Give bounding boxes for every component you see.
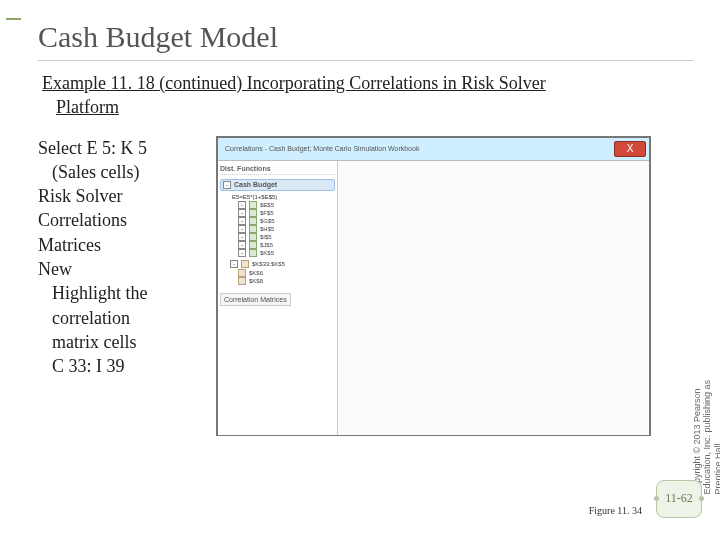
instr-l10: C 33: I 39 bbox=[38, 354, 208, 378]
instr-l9: matrix cells bbox=[38, 330, 208, 354]
dialog-blank-area bbox=[338, 161, 649, 435]
tree-leaf-label: $K$5 bbox=[260, 250, 274, 256]
copyright-block: Copyright © 2013 Pearson Education, Inc.… bbox=[680, 200, 692, 400]
minus-icon: - bbox=[238, 209, 246, 217]
tree-leaf-label: $G$5 bbox=[260, 218, 275, 224]
tree-leaf[interactable]: -$F$5 bbox=[220, 209, 335, 217]
instr-l7: Highlight the bbox=[38, 281, 208, 305]
close-button[interactable]: X bbox=[614, 141, 646, 157]
page-title: Cash Budget Model bbox=[38, 20, 694, 54]
dist-icon bbox=[249, 241, 257, 249]
accent-bar bbox=[6, 18, 21, 20]
minus-icon: - bbox=[238, 225, 246, 233]
dist-icon bbox=[249, 209, 257, 217]
minus-icon: - bbox=[238, 201, 246, 209]
tree-group2-label: $K$33:$K$5 bbox=[252, 261, 285, 267]
tree-leaf[interactable]: -$K$5 bbox=[220, 249, 335, 257]
tree-leaf-label: $K$6 bbox=[249, 270, 263, 276]
dist-icon bbox=[249, 233, 257, 241]
tree-leaf[interactable]: $K$6 bbox=[220, 269, 335, 277]
instr-l5: Matrices bbox=[38, 235, 101, 255]
tree-group-cash-budget[interactable]: - Cash Budget bbox=[220, 179, 335, 191]
instr-l1: Select E 5: K 5 bbox=[38, 138, 147, 158]
minus-icon: - bbox=[238, 249, 246, 257]
tree-leaf-label: $I$5 bbox=[260, 234, 272, 240]
tree-leaf-label: $E$5 bbox=[260, 202, 274, 208]
tree-leaf-label: $K$8 bbox=[249, 278, 263, 284]
dist-icon bbox=[249, 217, 257, 225]
tree-leaf[interactable]: -$H$5 bbox=[220, 225, 335, 233]
instr-l3: Risk Solver bbox=[38, 186, 123, 206]
dialog-titlebar: Correlations - Cash Budget; Monte Carlo … bbox=[218, 138, 649, 161]
tree-panel: Dist. Functions - Cash Budget E5=E5*(1+$… bbox=[218, 161, 338, 435]
page-number: 11-62 bbox=[665, 492, 693, 505]
instr-l6: New bbox=[38, 259, 72, 279]
tree-group-2[interactable]: - $K$33:$K$5 bbox=[220, 259, 335, 269]
minus-icon: - bbox=[238, 217, 246, 225]
dialog-window: Correlations - Cash Budget; Monte Carlo … bbox=[216, 136, 651, 436]
tree-leaf[interactable]: -$G$5 bbox=[220, 217, 335, 225]
tree-leaf[interactable]: -$I$5 bbox=[220, 233, 335, 241]
minus-icon: - bbox=[230, 260, 238, 268]
tree-leaf[interactable]: $K$8 bbox=[220, 277, 335, 285]
instr-l2: (Sales cells) bbox=[38, 160, 208, 184]
figure-caption: Figure 11. 34 bbox=[589, 505, 642, 516]
tree-leaf-label: $J$5 bbox=[260, 242, 273, 248]
dist-icon bbox=[249, 249, 257, 257]
copyright-l1: Copyright © 2013 Pearson bbox=[692, 388, 702, 494]
dist-icon bbox=[238, 277, 246, 285]
minus-icon: - bbox=[238, 241, 246, 249]
tree-header: Dist. Functions bbox=[220, 165, 335, 175]
dist-icon bbox=[249, 201, 257, 209]
minus-icon: - bbox=[223, 181, 231, 189]
title-underline bbox=[38, 60, 694, 61]
subtitle-line2: Platform bbox=[42, 95, 694, 119]
instr-l4: Correlations bbox=[38, 210, 127, 230]
dist-icon bbox=[249, 225, 257, 233]
tree-formula: E5=E5*(1+$E$5) bbox=[220, 193, 335, 201]
page-number-pill: 11-62 bbox=[656, 480, 702, 518]
tree-leaf[interactable]: -$E$5 bbox=[220, 201, 335, 209]
tree-leaf-label: $H$5 bbox=[260, 226, 274, 232]
dist-icon bbox=[238, 269, 246, 277]
correlation-matrices-label[interactable]: Correlation Matrices bbox=[220, 293, 291, 306]
instruction-block: Select E 5: K 5 (Sales cells) Risk Solve… bbox=[38, 136, 208, 436]
minus-icon: - bbox=[238, 233, 246, 241]
dialog-title: Correlations - Cash Budget; Monte Carlo … bbox=[221, 145, 419, 152]
subtitle-line1: Example 11. 18 (continued) Incorporating… bbox=[42, 73, 546, 93]
group-icon bbox=[241, 260, 249, 268]
tree-group-label: Cash Budget bbox=[234, 181, 277, 188]
copyright-l2: Education, Inc. publishing as bbox=[702, 380, 712, 495]
copyright-l3: Prentice Hall bbox=[713, 444, 720, 495]
instr-l8: correlation bbox=[38, 306, 208, 330]
example-subtitle: Example 11. 18 (continued) Incorporating… bbox=[42, 71, 694, 120]
tree-leaf-label: $F$5 bbox=[260, 210, 274, 216]
tree-leaf[interactable]: -$J$5 bbox=[220, 241, 335, 249]
